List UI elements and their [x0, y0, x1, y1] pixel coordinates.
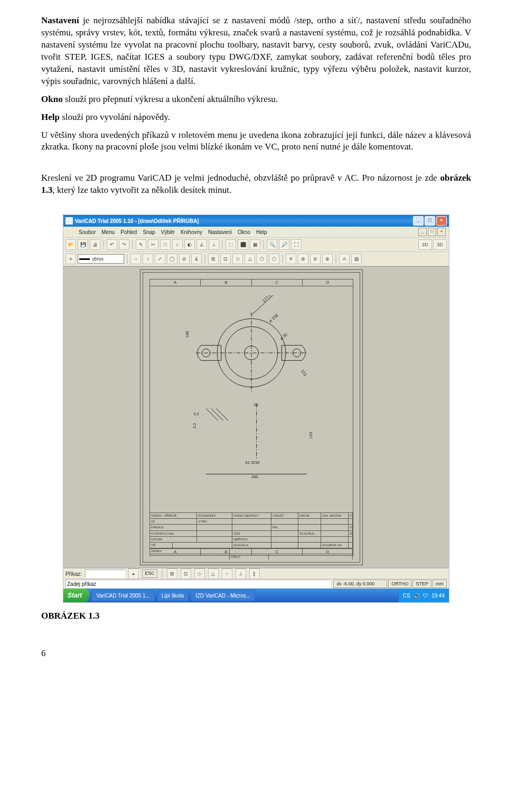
- snap-toggle-icon[interactable]: ⊡: [181, 568, 191, 579]
- dim-186: 186: [185, 331, 190, 338]
- snap-icon[interactable]: ⊞: [208, 254, 219, 264]
- bold-help: Help: [41, 112, 60, 122]
- tray-icon[interactable]: 🔊: [414, 592, 420, 600]
- task-item-varicad[interactable]: VariCAD Trial 2005 1...: [91, 590, 155, 601]
- snap-toggle-icon[interactable]: ⊞: [167, 568, 177, 579]
- snap-toggle-icon[interactable]: ◇: [194, 568, 205, 579]
- dim-icon[interactable]: ∡: [191, 254, 202, 264]
- task-item-word[interactable]: IZD VariCAD - Micros...: [191, 590, 255, 601]
- mdi-minimize[interactable]: _: [418, 228, 427, 236]
- cmd-field[interactable]: [85, 570, 125, 578]
- menu-snap[interactable]: Snap: [143, 229, 155, 236]
- tray-icon[interactable]: 🛡: [423, 592, 428, 600]
- snap-toggle-icon[interactable]: ⊥: [236, 568, 246, 579]
- step-toggle[interactable]: STEP: [412, 580, 431, 588]
- column-labels-top: A B C D: [150, 279, 353, 286]
- drawing-canvas[interactable]: A B C D: [63, 266, 449, 568]
- window-title: VariCAD Trial 2005 1.10 - [draw\Odlitek …: [75, 218, 199, 225]
- menu-menu[interactable]: Menu: [101, 229, 115, 236]
- tool-icon[interactable]: ○: [172, 239, 183, 250]
- ortho-toggle[interactable]: ORTHO: [388, 580, 411, 588]
- tool-icon[interactable]: ◐: [184, 239, 195, 250]
- tool-icon[interactable]: ✎: [136, 239, 146, 250]
- edit-icon[interactable]: ⊗: [298, 254, 308, 264]
- edit-icon[interactable]: ⊕: [322, 254, 333, 264]
- units-toggle[interactable]: mm: [433, 580, 447, 588]
- zoom-out-icon[interactable]: 🔎: [279, 239, 289, 250]
- command-input[interactable]: [65, 580, 331, 588]
- tb-cell: HROM.: [298, 513, 321, 518]
- toolbar-row-1: 📂 💾 🖨 ↶ ↷ ✎ ✂ □ ○ ◐ ∠ ⊥ ⬚ ⬛ ▦ 🔍 🔎 ⛶ 2D 3…: [63, 238, 449, 252]
- snap-icon[interactable]: ◇: [232, 254, 243, 264]
- command-bar: Příkaz: ▸ ESC ⊞ ⊡ ◇ △ ○ ⊥ ∥: [63, 568, 449, 578]
- tb-cell: TŘ: [150, 543, 173, 548]
- cmd-icon[interactable]: ▸: [128, 568, 139, 579]
- text-icon[interactable]: A: [339, 254, 350, 264]
- snap-icon[interactable]: ⬠: [257, 254, 267, 264]
- mdi-restore[interactable]: □: [428, 228, 436, 236]
- snap-icon[interactable]: ⊡: [220, 254, 231, 264]
- close-button[interactable]: ×: [436, 216, 447, 226]
- text-2d-a: Kreslení ve 2D programu VariCAD je velmi…: [41, 173, 440, 183]
- menu-vyber[interactable]: Výběr: [161, 229, 175, 236]
- snap-toggle-icon[interactable]: ○: [222, 568, 232, 579]
- view-3d-button[interactable]: 3D: [433, 239, 447, 250]
- edit-icon[interactable]: ⊖: [310, 254, 321, 264]
- start-button[interactable]: Start: [63, 589, 89, 602]
- paragraph-okno: Okno slouží pro přepnutí výkresu a ukonč…: [41, 94, 471, 106]
- zoom-in-icon[interactable]: 🔍: [267, 239, 277, 250]
- tool-icon[interactable]: ⬚: [226, 239, 236, 250]
- snap-toggle-icon[interactable]: ∥: [249, 568, 260, 579]
- dim-icon[interactable]: ↔: [130, 254, 141, 264]
- tool-icon[interactable]: □: [160, 239, 171, 250]
- snap-toggle-icon[interactable]: △: [208, 568, 219, 579]
- menu-nastaveni[interactable]: Nastavení: [208, 229, 232, 236]
- print-icon[interactable]: 🖨: [90, 239, 100, 250]
- menu-soubor[interactable]: Soubor: [79, 229, 96, 236]
- layer-combo[interactable]: obrys: [78, 254, 124, 264]
- col-label: D: [303, 279, 353, 286]
- separator: [162, 569, 163, 578]
- tool-icon[interactable]: ▦: [250, 239, 260, 250]
- menu-knihovny[interactable]: Knihovny: [181, 229, 202, 236]
- open-icon[interactable]: 📂: [65, 239, 76, 250]
- task-item-folder[interactable]: Lipí škola: [157, 590, 189, 601]
- lang-indicator[interactable]: CS: [403, 592, 410, 600]
- col-label: A: [150, 549, 201, 555]
- mdi-close[interactable]: ×: [437, 228, 446, 236]
- tool-icon[interactable]: ⊥: [209, 239, 219, 250]
- redo-icon[interactable]: ↷: [119, 239, 129, 250]
- tool-icon[interactable]: ⬛: [238, 239, 248, 250]
- minimize-button[interactable]: _: [413, 216, 424, 226]
- dim-icon[interactable]: ↕: [143, 254, 153, 264]
- save-icon[interactable]: 💾: [78, 239, 88, 250]
- tb-cell: OZNAČ.: [271, 513, 298, 518]
- title-block: NÁZEV - PŘÍRUBPODNÁZEVNÁZEV SESTAVYOZNAČ…: [150, 512, 353, 549]
- drawing-content: 177.688 186 ø 158 ø 30 123: [161, 295, 342, 501]
- dim-icon[interactable]: ⤢: [155, 254, 165, 264]
- edit-icon[interactable]: ✕: [286, 254, 296, 264]
- view-2d-button[interactable]: 2D: [418, 239, 432, 250]
- hatch-icon[interactable]: ▨: [351, 254, 362, 264]
- separator: [263, 240, 264, 249]
- zoom-fit-icon[interactable]: ⛶: [291, 239, 302, 250]
- maximize-button[interactable]: □: [425, 216, 435, 226]
- dim-icon[interactable]: ◯: [167, 254, 177, 264]
- paragraph-nastaveni: Nastavení je nejrozsáhlejší nabídka stáv…: [41, 15, 471, 88]
- tool-icon[interactable]: ✂: [148, 239, 158, 250]
- menu-pohled[interactable]: Pohled: [120, 229, 137, 236]
- menu-help[interactable]: Help: [256, 229, 267, 236]
- snap-icon[interactable]: △: [245, 254, 255, 264]
- col-label: A: [150, 279, 201, 286]
- menu-okno[interactable]: Okno: [238, 229, 250, 236]
- tool-icon[interactable]: ∠: [196, 239, 207, 250]
- text-2d-c: , který lze takto vytvořit za několik de…: [52, 185, 231, 195]
- dim-icon[interactable]: ⊘: [179, 254, 190, 264]
- snap-icon[interactable]: ⬡: [269, 254, 279, 264]
- dim-3-2a: 3.2: [193, 412, 199, 417]
- dim-3-2b: 3.2: [192, 423, 197, 429]
- coords-readout: dx -6.00, dy 0.000: [333, 580, 387, 588]
- layer-icon[interactable]: ≡: [65, 254, 76, 264]
- undo-icon[interactable]: ↶: [107, 239, 117, 250]
- esc-button[interactable]: ESC: [142, 570, 157, 578]
